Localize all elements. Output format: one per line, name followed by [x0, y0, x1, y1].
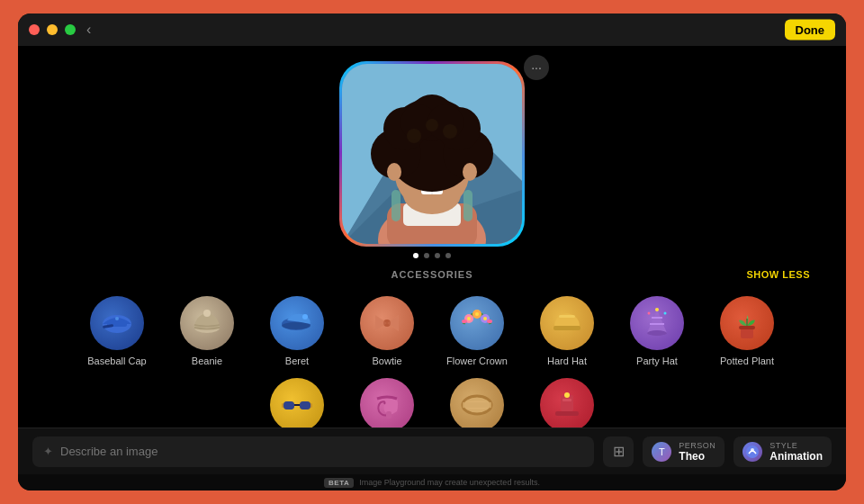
app-window: ‹ Done ··· — [18, 14, 846, 490]
beta-bar: BETA Image Playground may create unexpec… — [18, 474, 846, 490]
flower-crown-icon — [450, 296, 504, 350]
svg-point-46 — [467, 317, 471, 320]
beta-text: Image Playground may create unexpected r… — [359, 478, 540, 487]
hard-hat-icon — [540, 296, 594, 350]
svg-point-59 — [647, 330, 667, 336]
search-input[interactable] — [60, 445, 583, 458]
accessory-party-hat[interactable]: Party Hat — [612, 291, 702, 373]
svg-point-26 — [407, 129, 421, 143]
accessory-sweatband[interactable]: Sweatband — [432, 373, 522, 428]
scarf-icon — [360, 378, 414, 428]
svg-point-30 — [463, 163, 477, 181]
svg-rect-6 — [392, 190, 400, 221]
beanie-icon — [180, 296, 234, 350]
svg-point-36 — [203, 310, 211, 317]
svg-rect-7 — [464, 190, 472, 221]
accessories-header: ACCESSORIES SHOW LESS — [54, 269, 810, 280]
party-hat-icon — [630, 296, 684, 350]
bowtie-icon — [360, 296, 414, 350]
svg-point-62 — [664, 312, 667, 315]
camera-icon: ⊞ — [613, 443, 625, 460]
done-button[interactable]: Done — [785, 20, 836, 40]
svg-point-48 — [475, 312, 479, 316]
svg-rect-53 — [554, 326, 580, 330]
accessory-flower-crown[interactable]: Flower Crown — [432, 291, 522, 373]
svg-rect-73 — [386, 411, 392, 418]
party-hat-label: Party Hat — [636, 356, 678, 367]
svg-point-60 — [655, 308, 659, 311]
show-less-button[interactable]: SHOW LESS — [746, 269, 810, 280]
svg-rect-70 — [310, 403, 312, 408]
style-info: STYLE Animation — [770, 441, 823, 463]
sunglasses-icon — [270, 378, 324, 428]
accessories-title: ACCESSORIES — [391, 269, 472, 280]
person-name: Theo — [679, 450, 716, 463]
style-name: Animation — [770, 450, 823, 463]
beret-icon — [270, 296, 324, 350]
accessory-beanie[interactable]: Beanie — [162, 291, 252, 373]
baseball-cap-icon — [90, 296, 144, 350]
svg-marker-43 — [375, 315, 387, 331]
avatar-image — [342, 64, 522, 244]
minimize-button[interactable] — [47, 24, 58, 35]
search-icon: ✦ — [43, 445, 53, 458]
svg-rect-72 — [300, 401, 310, 410]
svg-point-50 — [483, 317, 487, 320]
accessories-section: ACCESSORIES SHOW LESS Baseball Cap — [18, 258, 846, 428]
style-icon — [742, 442, 762, 462]
svg-rect-71 — [284, 401, 294, 410]
accessory-beret[interactable]: Beret — [252, 291, 342, 373]
bowtie-label: Bowtie — [372, 356, 401, 367]
svg-point-39 — [282, 322, 310, 329]
svg-point-82 — [751, 448, 754, 452]
camera-button[interactable]: ⊞ — [603, 436, 634, 467]
search-bar[interactable]: ✦ — [32, 436, 594, 467]
svg-rect-65 — [746, 319, 748, 326]
accessory-potted-plant[interactable]: Potted Plant — [702, 291, 792, 373]
svg-rect-78 — [555, 411, 579, 416]
style-selector[interactable]: STYLE Animation — [734, 436, 832, 467]
accessories-grid: Baseball Cap Beanie — [54, 291, 810, 428]
svg-point-27 — [443, 124, 457, 139]
close-button[interactable] — [29, 24, 40, 35]
person-label: PERSON — [679, 441, 716, 450]
ellipsis-icon: ··· — [531, 60, 542, 75]
svg-rect-54 — [559, 315, 575, 318]
style-label: STYLE — [770, 441, 823, 450]
bottom-bar: ✦ ⊞ T PERSON Theo STYLE Animation — [18, 428, 846, 474]
svg-point-29 — [387, 163, 401, 181]
beret-label: Beret — [285, 356, 309, 367]
titlebar: ‹ Done — [18, 14, 846, 46]
svg-point-52 — [487, 320, 492, 323]
svg-rect-79 — [562, 399, 572, 401]
svg-point-80 — [564, 392, 570, 398]
potted-plant-label: Potted Plant — [720, 356, 774, 367]
hard-hat-label: Hard Hat — [547, 356, 587, 367]
accessory-bowtie[interactable]: Bowtie — [342, 291, 432, 373]
traffic-lights — [29, 24, 76, 35]
flower-crown-label: Flower Crown — [446, 356, 508, 367]
person-info: PERSON Theo — [679, 441, 716, 463]
sweatband-icon — [450, 378, 504, 428]
accessory-sunglasses[interactable]: Sunglasses — [252, 373, 342, 428]
accessory-top-hat[interactable]: Top Hat — [522, 373, 612, 428]
back-button[interactable]: ‹ — [86, 22, 91, 38]
person-selector[interactable]: T PERSON Theo — [643, 436, 724, 467]
accessory-scarf[interactable]: Scarf — [342, 373, 432, 428]
more-options-button[interactable]: ··· — [524, 55, 549, 80]
baseball-cap-label: Baseball Cap — [87, 356, 146, 367]
svg-point-61 — [648, 312, 651, 315]
svg-point-38 — [302, 314, 308, 320]
svg-marker-44 — [387, 315, 399, 331]
svg-point-28 — [426, 119, 438, 131]
accessory-baseball-cap[interactable]: Baseball Cap — [72, 291, 162, 373]
accessory-hard-hat[interactable]: Hard Hat — [522, 291, 612, 373]
maximize-button[interactable] — [65, 24, 76, 35]
beanie-label: Beanie — [192, 356, 222, 367]
image-section: ··· — [342, 46, 522, 258]
svg-rect-68 — [294, 404, 300, 406]
top-hat-icon — [540, 378, 594, 428]
person-avatar: T — [652, 442, 671, 462]
beta-badge: BETA — [324, 478, 354, 488]
main-content: ··· — [18, 46, 846, 428]
